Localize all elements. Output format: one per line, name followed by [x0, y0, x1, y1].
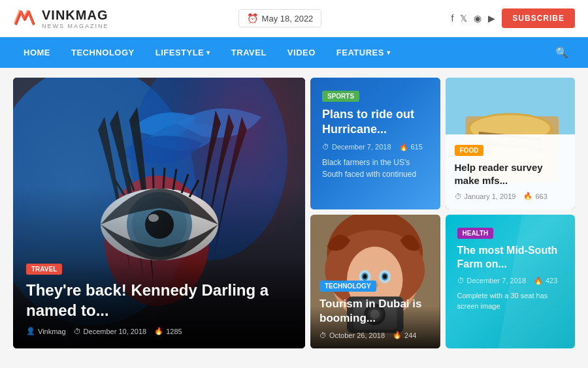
date-text: May 18, 2022 [262, 14, 314, 23]
main-content: TRAVEL They're back! Kennedy Darling a n… [0, 68, 588, 358]
tourism-meta: ⏱ October 26, 2018 🔥 244 [319, 331, 431, 339]
tourism-card[interactable]: TECHNOLOGY Tourism in Dubai is booming..… [310, 215, 440, 348]
featured-overlay: TRAVEL They're back! Kennedy Darling a n… [13, 249, 305, 348]
svg-line-13 [153, 168, 154, 189]
svg-line-14 [163, 168, 165, 189]
health-content: HEALTH The most Mid-South Farm on... ⏱ D… [446, 215, 576, 324]
sports-card[interactable]: SPORTS Plans to ride out Hurricane... ⏱ … [310, 78, 440, 209]
food-views: 🔥 663 [523, 192, 547, 200]
featured-meta: 👤 Vinkmag ⏱ December 10, 2018 🔥 1285 [26, 327, 292, 335]
date-display: ⏰ May 18, 2022 [238, 9, 322, 27]
fire-icon-tourism: 🔥 [393, 331, 402, 339]
sports-tag: SPORTS [322, 91, 359, 102]
tourism-tag: TECHNOLOGY [319, 281, 376, 292]
clock-icon-tourism: ⏱ [319, 331, 327, 339]
nav-home[interactable]: HOME [13, 38, 61, 67]
food-card[interactable]: FOOD Help reader survey make mfs... ⏱ Ja… [446, 78, 576, 209]
fire-icon-sports: 🔥 [399, 143, 408, 151]
twitter-icon[interactable]: 𝕏 [460, 13, 467, 23]
food-tag: FOOD [455, 145, 484, 156]
svg-point-6 [127, 192, 192, 257]
svg-point-9 [148, 214, 159, 222]
svg-line-16 [182, 174, 188, 193]
youtube-icon[interactable]: ▶ [488, 13, 495, 23]
food-date: ⏱ January 1, 2019 [455, 192, 516, 200]
logo-name: VINKMAG [42, 8, 109, 23]
featured-tag: TRAVEL [26, 264, 62, 275]
svg-point-3 [131, 78, 287, 260]
logo-tagline: NEWS MAGAZINE [42, 23, 109, 29]
instagram-icon[interactable]: ◉ [474, 13, 482, 23]
health-tag: HEALTH [457, 228, 494, 239]
svg-point-8 [145, 210, 174, 239]
clock-icon: ⏰ [247, 13, 258, 23]
user-icon: 👤 [26, 327, 35, 335]
nav-search-button[interactable]: 🔍 [549, 37, 575, 68]
featured-card[interactable]: TRAVEL They're back! Kennedy Darling a n… [13, 78, 305, 348]
social-links: f 𝕏 ◉ ▶ SUBSCRIBE [451, 8, 575, 28]
health-card[interactable]: HEALTH The most Mid-South Farm on... ⏱ D… [446, 215, 576, 348]
clock-icon-featured: ⏱ [74, 328, 81, 335]
nav-features[interactable]: FEATURES ▾ [326, 38, 401, 67]
logo-text: VINKMAG NEWS MAGAZINE [42, 8, 109, 29]
svg-point-7 [132, 197, 187, 252]
sports-title: Plans to ride out Hurricane... [322, 107, 429, 138]
featured-views: 🔥 1285 [154, 327, 182, 335]
svg-line-11 [127, 172, 134, 191]
sports-views: 🔥 615 [399, 143, 423, 151]
lifestyle-chevron: ▾ [206, 49, 210, 56]
fire-icon-food: 🔥 [523, 192, 532, 200]
health-views: 🔥 423 [534, 277, 557, 285]
svg-line-10 [114, 179, 124, 195]
health-title: The most Mid-South Farm on... [457, 244, 564, 271]
food-overlay: FOOD Help reader survey make mfs... ⏱ Ja… [446, 134, 576, 209]
logo[interactable]: VINKMAG NEWS MAGAZINE [13, 7, 109, 30]
nav-technology[interactable]: TECHNOLOGY [61, 38, 145, 67]
svg-line-17 [189, 180, 199, 197]
nav-lifestyle[interactable]: LIFESTYLE ▾ [145, 38, 221, 67]
health-date: ⏱ December 7, 2018 [457, 277, 527, 284]
featured-author: 👤 Vinkmag [26, 327, 66, 335]
clock-icon-health: ⏱ [457, 277, 465, 284]
health-meta: ⏱ December 7, 2018 🔥 423 [457, 277, 564, 285]
tourism-overlay: TECHNOLOGY Tourism in Dubai is booming..… [310, 270, 440, 348]
clock-icon-food: ⏱ [455, 192, 462, 200]
sports-date: ⏱ December 7, 2018 [322, 143, 391, 151]
sports-card-content: SPORTS Plans to ride out Hurricane... ⏱ … [322, 89, 429, 180]
fire-icon-featured: 🔥 [154, 327, 163, 335]
fire-icon-health: 🔥 [534, 277, 543, 285]
nav-travel[interactable]: TRAVEL [221, 38, 277, 67]
food-meta: ⏱ January 1, 2019 🔥 663 [455, 192, 566, 200]
subscribe-button[interactable]: SUBSCRIBE [502, 8, 575, 28]
health-desc: Complete with a 30 seat has screen image [457, 290, 564, 312]
svg-line-12 [140, 169, 144, 189]
sports-meta: ⏱ December 7, 2018 🔥 615 [322, 143, 429, 151]
clock-icon-sports: ⏱ [322, 143, 329, 151]
nav-video[interactable]: VIDEO [277, 38, 326, 67]
tourism-date: ⏱ October 26, 2018 [319, 331, 385, 339]
featured-date: ⏱ December 10, 2018 [74, 328, 147, 335]
facebook-icon[interactable]: f [451, 13, 453, 23]
main-nav: HOME TECHNOLOGY LIFESTYLE ▾ TRAVEL VIDEO… [0, 37, 588, 68]
tourism-views: 🔥 244 [393, 331, 416, 339]
logo-icon [13, 7, 37, 30]
features-chevron: ▾ [387, 49, 391, 56]
food-title: Help reader survey make mfs... [455, 161, 566, 187]
featured-title: They're back! Kennedy Darling a named to… [26, 280, 292, 320]
header: VINKMAG NEWS MAGAZINE ⏰ May 18, 2022 f 𝕏… [0, 0, 588, 37]
tourism-title: Tourism in Dubai is booming... [319, 297, 431, 326]
svg-line-15 [173, 169, 176, 190]
sports-desc: Black farmers in the US's South faced wi… [322, 157, 429, 180]
